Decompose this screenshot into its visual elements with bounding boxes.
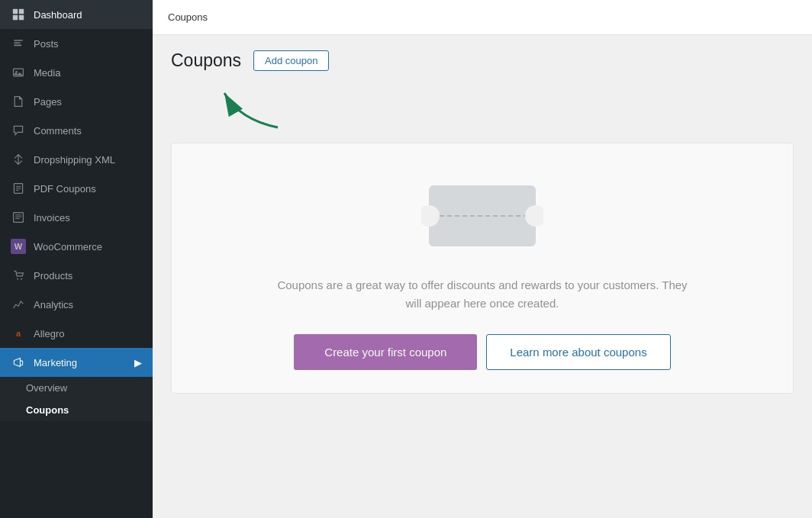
sidebar-item-label: Media xyxy=(34,67,60,79)
sidebar-item-analytics[interactable]: Analytics xyxy=(0,290,153,319)
sidebar-item-label: WooCommerce xyxy=(34,241,102,253)
sidebar-item-comments[interactable]: Comments xyxy=(0,116,153,145)
svg-rect-1 xyxy=(19,9,24,14)
sidebar-item-label: PDF Coupons xyxy=(34,183,96,195)
sidebar-item-pdf-coupons[interactable]: PDF Coupons xyxy=(0,174,153,203)
svg-point-8 xyxy=(17,278,18,280)
svg-point-9 xyxy=(21,278,22,280)
coupon-illustration xyxy=(421,174,543,258)
sidebar-item-marketing[interactable]: Marketing ▶ xyxy=(0,348,153,377)
sidebar-item-woocommerce[interactable]: W WooCommerce xyxy=(0,232,153,261)
sidebar-item-label: Marketing xyxy=(34,357,77,368)
marketing-icon xyxy=(11,355,26,370)
invoices-icon xyxy=(11,210,26,225)
arrow-svg xyxy=(209,82,301,135)
sidebar-item-products[interactable]: Products xyxy=(0,261,153,290)
svg-rect-0 xyxy=(13,9,18,14)
create-first-coupon-button[interactable]: Create your first coupon xyxy=(294,334,477,370)
learn-more-button[interactable]: Learn more about coupons xyxy=(486,334,670,370)
allegro-icon: a xyxy=(11,326,26,341)
analytics-icon xyxy=(11,297,26,312)
sidebar-item-label: Dashboard xyxy=(34,9,82,21)
svg-rect-2 xyxy=(13,15,18,20)
dropshipping-icon xyxy=(11,152,26,167)
topbar-title: Coupons xyxy=(168,11,208,23)
pdf-icon xyxy=(11,181,26,196)
sidebar-subitem-overview[interactable]: Overview xyxy=(0,377,153,399)
sidebar-subitem-label: Overview xyxy=(26,382,67,394)
svg-rect-7 xyxy=(14,213,24,223)
main-content: Coupons Coupons Add coupon xyxy=(153,0,812,518)
page-header: Coupons Add coupon xyxy=(171,50,794,71)
media-icon xyxy=(11,65,26,80)
chevron-icon: ▶ xyxy=(134,357,142,368)
sidebar-item-media[interactable]: Media xyxy=(0,58,153,87)
sidebar-item-label: Comments xyxy=(34,125,82,137)
posts-icon xyxy=(11,36,26,51)
arrow-annotation xyxy=(171,89,794,135)
sidebar: Dashboard Posts Media Pages Comments Dro… xyxy=(0,0,153,518)
svg-rect-3 xyxy=(19,15,24,20)
dashboard-icon xyxy=(11,7,26,22)
sidebar-item-pages[interactable]: Pages xyxy=(0,87,153,116)
add-coupon-button[interactable]: Add coupon xyxy=(253,50,329,71)
sidebar-sub-menu: Overview Coupons xyxy=(0,377,153,421)
sidebar-item-dropshipping[interactable]: Dropshipping XML xyxy=(0,145,153,174)
sidebar-item-label: Invoices xyxy=(34,212,70,224)
content-area: Coupons Add coupon xyxy=(153,35,812,518)
sidebar-item-label: Products xyxy=(34,270,72,282)
sidebar-item-dashboard[interactable]: Dashboard xyxy=(0,0,153,29)
sidebar-item-label: Dropshipping XML xyxy=(34,154,115,166)
empty-state: Coupons are a great way to offer discoun… xyxy=(171,143,794,394)
sidebar-item-label: Analytics xyxy=(34,299,73,310)
sidebar-item-allegro[interactable]: a Allegro xyxy=(0,319,153,348)
empty-state-actions: Create your first coupon Learn more abou… xyxy=(294,334,670,370)
sidebar-item-label: Pages xyxy=(34,96,62,108)
sidebar-item-label: Allegro xyxy=(34,328,64,339)
pages-icon xyxy=(11,94,26,109)
sidebar-item-invoices[interactable]: Invoices xyxy=(0,203,153,232)
topbar: Coupons xyxy=(153,0,812,35)
page-title: Coupons xyxy=(171,50,241,71)
sidebar-item-label: Posts xyxy=(34,38,59,50)
sidebar-subitem-coupons[interactable]: Coupons xyxy=(0,399,153,421)
sidebar-item-posts[interactable]: Posts xyxy=(0,29,153,58)
woo-icon: W xyxy=(11,239,26,254)
sidebar-subitem-label: Coupons xyxy=(26,404,69,416)
empty-state-description: Coupons are a great way to offer discoun… xyxy=(269,276,696,313)
comments-icon xyxy=(11,123,26,138)
products-icon xyxy=(11,268,26,283)
